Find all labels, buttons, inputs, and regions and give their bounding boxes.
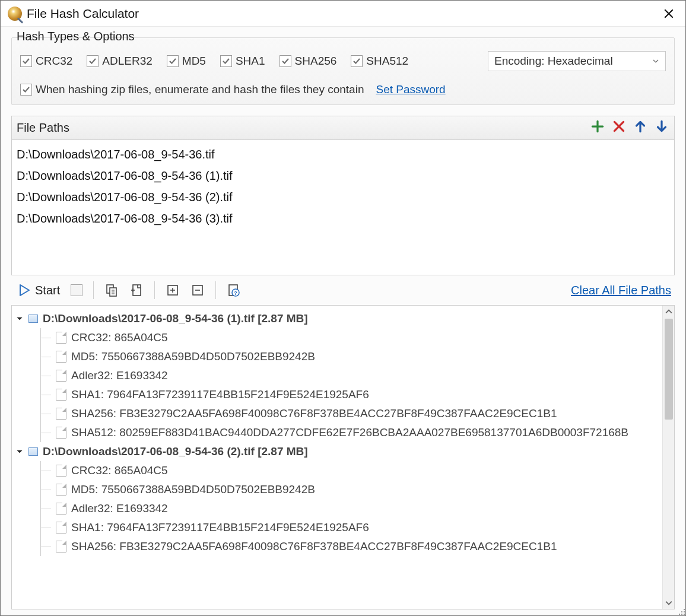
scroll-track [663,421,674,597]
expand-icon [166,283,180,297]
hash-value: SHA512: 80259EF883D41BAC9440DDA277CDFE62… [71,426,628,439]
tree-toggle[interactable] [14,315,25,323]
separator [215,281,216,299]
set-password-link[interactable]: Set Password [376,83,445,96]
page-icon [56,351,66,363]
chevron-up-icon [665,308,672,315]
hash-value: CRC32: 865A04C5 [71,331,168,344]
remove-path-button[interactable] [611,119,627,137]
checkmark-icon [168,56,177,66]
hash-type-checkbox-sha256[interactable]: SHA256 [280,55,337,68]
result-file-node[interactable]: D:\Downloads\2017-06-08_9-54-36 (2).tif … [14,442,660,461]
copy-button[interactable] [102,282,121,299]
hash-type-label: SHA1 [236,55,265,68]
titlebar: File Hash Calculator [1,1,685,27]
checkmark-icon [221,56,231,66]
checkbox-box [280,55,291,67]
chevron-down-icon [665,599,672,607]
page-icon [56,370,66,382]
result-hash-line[interactable]: SHA256: FB3E3279C2AA5FA698F40098C76F8F37… [14,537,660,556]
result-hash-line[interactable]: SHA1: 7964FA13F7239117E4BB15F214F9E524E1… [14,385,660,404]
result-hash-line[interactable]: Adler32: E1693342 [14,499,660,518]
result-file-node[interactable]: D:\Downloads\2017-06-08_9-54-36 (1).tif … [14,309,660,328]
checkmark-icon [21,56,31,66]
hash-type-checkbox-adler32[interactable]: ADLER32 [87,55,153,68]
checkbox-box [167,55,179,67]
filepaths-title: File Paths [17,121,69,135]
play-icon [17,283,31,297]
app-window: File Hash Calculator Hash Types & Option… [0,0,686,616]
stop-icon [71,284,82,296]
clear-all-link[interactable]: Clear All File Paths [571,284,671,297]
checkmark-icon [281,56,290,66]
filepaths-list[interactable]: D:\Downloads\2017-06-08_9-54-36.tifD:\Do… [11,140,675,275]
zip-enumerate-checkbox[interactable]: When hashing zip files, enumerate and ha… [20,83,364,96]
group-legend: Hash Types & Options [14,30,137,43]
filepath-item[interactable]: D:\Downloads\2017-06-08_9-54-36 (3).tif [17,208,669,229]
resize-grip[interactable] [677,607,685,615]
hash-value: SHA1: 7964FA13F7239117E4BB15F214F9E524E1… [71,521,369,534]
start-button[interactable]: Start [15,282,62,299]
hash-value: SHA256: FB3E3279C2AA5FA698F40098C76F8F37… [71,407,557,420]
result-hash-line[interactable]: MD5: 7550667388A59BD4D50D7502EBB9242B [14,347,660,366]
hash-value: MD5: 7550667388A59BD4D50D7502EBB9242B [71,350,315,363]
encoding-dropdown[interactable]: Encoding: Hexadecimal [488,51,666,71]
copy-icon [104,283,119,297]
scrollbar[interactable] [662,306,674,609]
close-button[interactable] [657,4,681,23]
checkmark-icon [352,56,361,66]
filepath-item[interactable]: D:\Downloads\2017-06-08_9-54-36 (1).tif [17,165,669,186]
app-icon [8,7,22,21]
help-button[interactable]: ? [224,282,243,299]
move-down-button[interactable] [654,119,669,137]
plus-icon [590,119,605,134]
hash-value: MD5: 7550667388A59BD4D50D7502EBB9242B [71,483,315,496]
hash-type-checkbox-sha1[interactable]: SHA1 [220,55,265,68]
window-title: File Hash Calculator [27,7,657,21]
hash-value: SHA256: FB3E3279C2AA5FA698F40098C76F8F37… [71,540,557,553]
expand-all-button[interactable] [163,282,182,299]
file-badge-icon [28,315,38,323]
checkbox-box [220,55,232,67]
result-hash-line[interactable]: CRC32: 865A04C5 [14,328,660,347]
separator [93,281,94,299]
checkbox-box [20,84,32,96]
cross-icon [611,119,627,134]
file-badge-icon [28,447,38,456]
hash-type-checkbox-crc32[interactable]: CRC32 [20,55,72,68]
action-toolbar: Start ? Clear All File Paths [11,275,675,305]
result-hash-line[interactable]: SHA256: FB3E3279C2AA5FA698F40098C76F8F37… [14,404,660,423]
page-icon [56,522,66,534]
hash-types-row: CRC32ADLER32MD5SHA1SHA256SHA512 Encoding… [20,51,666,71]
collapse-all-button[interactable] [188,282,207,299]
hash-type-checkbox-sha512[interactable]: SHA512 [351,55,408,68]
copy-single-button[interactable] [127,282,146,299]
result-hash-line[interactable]: MD5: 7550667388A59BD4D50D7502EBB9242B [14,480,660,499]
filepath-item[interactable]: D:\Downloads\2017-06-08_9-54-36 (2).tif [17,186,669,208]
tree-toggle[interactable] [14,447,25,456]
result-hash-line[interactable]: CRC32: 865A04C5 [14,461,660,480]
add-path-button[interactable] [590,119,605,137]
svg-text:?: ? [234,290,238,296]
copy-page-icon [129,283,144,297]
page-icon [56,332,66,344]
hash-value: SHA1: 7964FA13F7239117E4BB15F214F9E524E1… [71,388,369,401]
result-file-header: D:\Downloads\2017-06-08_9-54-36 (1).tif … [43,312,308,325]
scroll-thumb[interactable] [665,319,673,420]
page-icon [56,389,66,401]
filepath-item[interactable]: D:\Downloads\2017-06-08_9-54-36.tif [17,144,669,165]
hash-options-group: Hash Types & Options CRC32ADLER32MD5SHA1… [11,37,675,105]
results-tree[interactable]: D:\Downloads\2017-06-08_9-54-36 (1).tif … [12,306,662,609]
hash-type-checkbox-md5[interactable]: MD5 [167,55,206,68]
result-hash-line[interactable]: SHA512: 80259EF883D41BAC9440DDA277CDFE62… [14,423,660,442]
filepaths-header: File Paths [11,116,675,140]
results-panel: D:\Downloads\2017-06-08_9-54-36 (1).tif … [11,305,675,609]
result-hash-line[interactable]: SHA1: 7964FA13F7239117E4BB15F214F9E524E1… [14,518,660,537]
scroll-up-button[interactable] [663,306,674,317]
move-up-button[interactable] [633,119,648,137]
scroll-down-button[interactable] [663,597,674,609]
page-icon [56,484,66,496]
stop-button[interactable] [68,283,85,297]
page-icon [56,465,66,477]
result-hash-line[interactable]: Adler32: E1693342 [14,366,660,385]
